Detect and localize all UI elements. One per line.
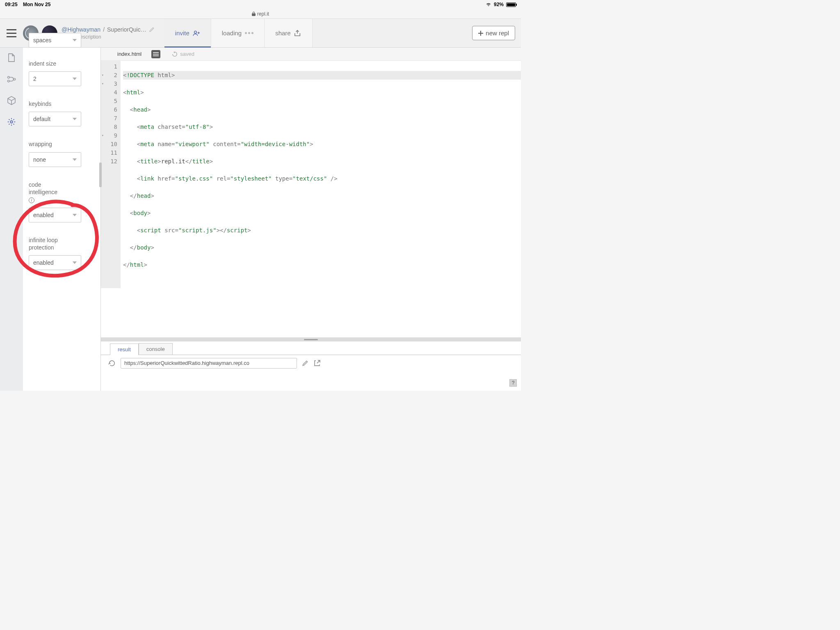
file-tab-index[interactable]: index.html — [113, 48, 146, 60]
output-panel: result console — [101, 341, 521, 391]
code-content[interactable]: <!DOCTYPE html> <html> <head> <meta char… — [121, 61, 521, 288]
keybinds-select[interactable]: default — [29, 112, 81, 126]
invite-icon — [193, 30, 200, 36]
browser-url-bar: repl.it — [0, 9, 521, 19]
svg-point-2 — [7, 80, 9, 82]
line-gutter: 1 2 3 4 5 6 7 8 9 10 11 12 — [101, 61, 121, 288]
saved-indicator: saved — [172, 51, 194, 57]
battery-percent: 92% — [494, 2, 504, 7]
new-repl-button[interactable]: new repl — [472, 26, 515, 40]
files-icon[interactable] — [7, 53, 16, 62]
status-date: Mon Nov 25 — [23, 2, 50, 7]
chevron-down-icon — [73, 214, 77, 216]
packages-icon[interactable] — [7, 96, 16, 105]
status-time: 09:25 — [5, 2, 18, 7]
tab-share[interactable]: share — [265, 19, 313, 47]
horizontal-splitter[interactable] — [101, 337, 521, 341]
chevron-down-icon — [73, 118, 77, 120]
svg-point-3 — [14, 78, 16, 80]
code-editor[interactable]: 1 2 3 4 5 6 7 8 9 10 11 12 <!DOCTYPE htm… — [101, 61, 521, 288]
help-button[interactable]: ? — [509, 379, 517, 387]
editor-pane: index.html saved 1 2 3 4 5 6 7 8 9 10 11… — [101, 48, 521, 391]
output-toolbar — [101, 355, 521, 371]
code-intelligence-select[interactable]: enabled — [29, 208, 81, 222]
setting-wrapping: wrapping none — [29, 140, 95, 167]
open-external-icon[interactable] — [313, 360, 321, 367]
indent-size-select[interactable]: 2 — [29, 71, 81, 86]
tab-loading[interactable]: loading — [211, 19, 265, 47]
chevron-down-icon — [73, 39, 77, 41]
tab-console[interactable]: console — [139, 343, 173, 355]
preview-url-input[interactable] — [121, 358, 297, 369]
refresh-icon[interactable] — [108, 360, 116, 367]
main-layout: spaces indent size 2 keybinds default wr… — [0, 48, 521, 391]
chevron-down-icon — [73, 158, 77, 161]
repl-name[interactable]: SuperiorQuic… — [107, 26, 146, 33]
wrapping-select[interactable]: none — [29, 152, 81, 167]
info-icon[interactable]: i — [29, 197, 34, 203]
chevron-down-icon — [73, 261, 77, 264]
vertical-splitter[interactable] — [99, 163, 102, 187]
battery-icon — [506, 2, 516, 7]
tab-invite[interactable]: invite — [164, 19, 211, 47]
setting-indent-size: indent size 2 — [29, 60, 95, 86]
edit-name-icon[interactable] — [149, 27, 155, 32]
top-tabs: invite loading share — [164, 19, 313, 47]
infinite-loop-select[interactable]: enabled — [29, 255, 81, 270]
editor-layout-button[interactable] — [151, 50, 160, 58]
wifi-icon — [486, 2, 491, 7]
version-control-icon[interactable] — [7, 75, 16, 84]
preview-iframe[interactable] — [101, 371, 521, 391]
settings-panel: spaces indent size 2 keybinds default wr… — [23, 48, 101, 391]
share-icon — [294, 30, 301, 37]
settings-gear-icon[interactable] — [7, 117, 16, 126]
lock-icon — [252, 11, 256, 16]
edit-url-icon[interactable] — [302, 360, 308, 367]
loading-dots-icon — [245, 32, 253, 34]
setting-keybinds: keybinds default — [29, 100, 95, 126]
chevron-down-icon — [73, 78, 77, 80]
menu-button[interactable] — [0, 29, 23, 37]
ipad-status-bar: 09:25 Mon Nov 25 92% — [0, 0, 521, 9]
output-tabs: result console — [101, 341, 521, 355]
tab-result[interactable]: result — [110, 344, 139, 355]
setting-spaces: spaces — [29, 33, 95, 48]
left-rail — [0, 48, 23, 391]
file-tab-bar: index.html saved — [101, 48, 521, 61]
svg-point-4 — [10, 121, 13, 123]
browser-domain: repl.it — [257, 11, 269, 17]
svg-point-1 — [7, 76, 9, 78]
spaces-select[interactable]: spaces — [29, 33, 81, 48]
setting-infinite-loop: infinite loop protection enabled — [29, 236, 95, 270]
setting-code-intelligence: code intelligence i enabled — [29, 181, 95, 222]
owner-link[interactable]: @Highwayman — [62, 26, 100, 33]
svg-point-0 — [194, 31, 196, 33]
